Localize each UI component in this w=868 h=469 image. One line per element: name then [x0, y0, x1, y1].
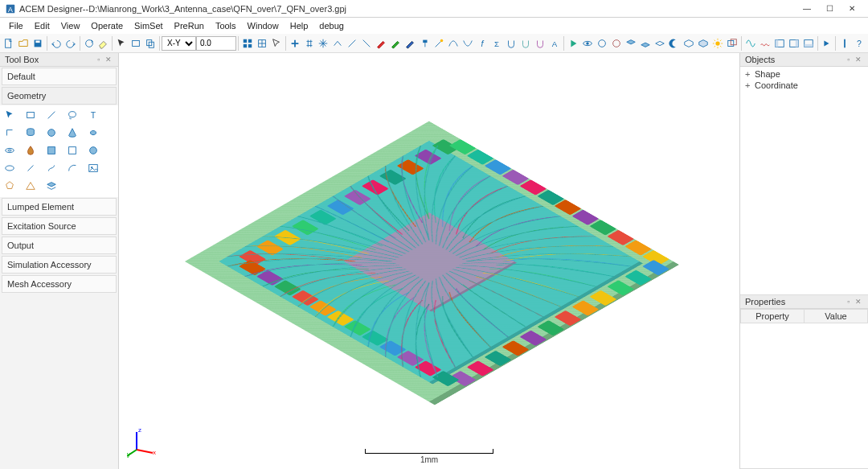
- close-button[interactable]: ✕: [841, 1, 863, 17]
- toolbox-section-meshacc[interactable]: Mesh Accessory: [2, 275, 117, 293]
- menu-debug[interactable]: debug: [313, 19, 350, 32]
- menu-tools[interactable]: Tools: [210, 19, 242, 32]
- tree-node-coordinate[interactable]: + Coordinate: [743, 80, 865, 91]
- tree-toggle-icon[interactable]: +: [745, 80, 753, 90]
- caret-icon[interactable]: [330, 35, 345, 51]
- wand-icon[interactable]: [432, 35, 446, 51]
- drop-icon[interactable]: [24, 144, 37, 157]
- eraser-icon[interactable]: [96, 35, 111, 51]
- u2-icon[interactable]: [518, 35, 533, 51]
- grid-move-icon[interactable]: [255, 35, 269, 51]
- viewport-3d[interactable]: z x y 1mm: [119, 53, 739, 469]
- line-tool-icon[interactable]: [45, 109, 58, 121]
- cursor-icon[interactable]: [114, 35, 129, 51]
- redo-icon[interactable]: [63, 35, 78, 51]
- tri-icon[interactable]: [819, 35, 833, 51]
- slash-icon[interactable]: [24, 162, 37, 175]
- rect-tool-icon[interactable]: [24, 109, 37, 121]
- u1-icon[interactable]: [504, 35, 518, 51]
- menu-prerun[interactable]: PreRun: [169, 19, 210, 32]
- layers-icon[interactable]: [45, 179, 58, 192]
- blob-icon[interactable]: [87, 126, 100, 139]
- cone-icon[interactable]: [66, 126, 79, 139]
- copy-icon[interactable]: [143, 35, 158, 51]
- objects-tree[interactable]: + Shape + Coordinate: [740, 67, 868, 294]
- view1-icon[interactable]: [595, 35, 609, 51]
- paint-icon[interactable]: [417, 35, 432, 51]
- circle-icon[interactable]: [87, 144, 100, 157]
- diag2-icon[interactable]: [359, 35, 374, 51]
- surf2-icon[interactable]: [638, 35, 653, 51]
- rect-icon[interactable]: [129, 35, 143, 51]
- u3-icon[interactable]: [533, 35, 547, 51]
- toolbox-section-output[interactable]: Output: [2, 237, 117, 254]
- scurve-icon[interactable]: [45, 162, 58, 175]
- properties-col-property[interactable]: Property: [741, 310, 805, 323]
- coord-input[interactable]: 0.0: [196, 36, 236, 51]
- sigma-icon[interactable]: Σ: [489, 35, 504, 51]
- menu-window[interactable]: Window: [242, 19, 285, 32]
- properties-pin-icon[interactable]: ▫ ✕: [847, 298, 863, 306]
- pointer2-icon[interactable]: [269, 35, 284, 51]
- toolbox-section-simacc[interactable]: Simulation Accessory: [2, 256, 117, 274]
- tree-toggle-icon[interactable]: +: [745, 69, 753, 79]
- cylinder-icon[interactable]: [24, 126, 37, 139]
- panel1-icon[interactable]: [772, 35, 787, 51]
- surf4-icon[interactable]: [682, 35, 696, 51]
- wiggle-icon[interactable]: [758, 35, 772, 51]
- pen2-icon[interactable]: [388, 35, 403, 51]
- corner-icon[interactable]: [3, 126, 16, 139]
- tree-node-shape[interactable]: + Shape: [743, 68, 865, 80]
- panel-pin-icon[interactable]: ▫ ✕: [97, 56, 113, 64]
- square1-icon[interactable]: [45, 144, 58, 157]
- minimize-button[interactable]: —: [796, 1, 818, 17]
- menu-operate[interactable]: Operate: [85, 19, 129, 32]
- diag1-icon[interactable]: [345, 35, 359, 51]
- ellipse-icon[interactable]: [3, 162, 16, 175]
- menu-simset[interactable]: SimSet: [129, 19, 168, 32]
- open-icon[interactable]: [16, 35, 31, 51]
- maximize-button[interactable]: ☐: [818, 1, 841, 17]
- square2-icon[interactable]: [66, 144, 79, 157]
- hash-icon[interactable]: [302, 35, 317, 51]
- curve1-icon[interactable]: [446, 35, 461, 51]
- lasso-icon[interactable]: [66, 109, 79, 121]
- toolbox-section-geometry[interactable]: Geometry: [2, 87, 117, 105]
- grid4-icon[interactable]: [240, 35, 255, 51]
- pen3-icon[interactable]: [403, 35, 417, 51]
- panel2-icon[interactable]: [787, 35, 801, 51]
- toolbox-section-excitation[interactable]: Excitation Source: [2, 217, 117, 235]
- orbit-icon[interactable]: [580, 35, 595, 51]
- save-icon[interactable]: [31, 35, 45, 51]
- sphere-icon[interactable]: [45, 126, 58, 139]
- menu-view[interactable]: View: [55, 19, 86, 32]
- view2-icon[interactable]: [609, 35, 624, 51]
- arc-icon[interactable]: [66, 162, 79, 175]
- plane-combo[interactable]: X-Y: [162, 36, 196, 51]
- sun-icon[interactable]: [710, 35, 725, 51]
- new-icon[interactable]: [2, 35, 16, 51]
- t-icon[interactable]: T: [87, 109, 100, 121]
- undo-icon[interactable]: [49, 35, 63, 51]
- surf5-icon[interactable]: [696, 35, 710, 51]
- surf1-icon[interactable]: [624, 35, 638, 51]
- surf3-icon[interactable]: [653, 35, 667, 51]
- plus-icon[interactable]: [288, 35, 302, 51]
- poly-icon[interactable]: [3, 179, 16, 192]
- italic-icon[interactable]: f: [475, 35, 489, 51]
- properties-col-value[interactable]: Value: [805, 310, 867, 323]
- triangle-icon[interactable]: [24, 179, 37, 192]
- moon-icon[interactable]: [667, 35, 682, 51]
- curve2-icon[interactable]: [461, 35, 475, 51]
- objects-pin-icon[interactable]: ▫ ✕: [847, 56, 863, 64]
- panel3-icon[interactable]: [801, 35, 816, 51]
- help-icon[interactable]: ?: [852, 35, 866, 51]
- asterisk-icon[interactable]: [317, 35, 331, 51]
- pen1-icon[interactable]: [374, 35, 388, 51]
- menu-help[interactable]: Help: [285, 19, 314, 32]
- menu-file[interactable]: File: [3, 19, 29, 32]
- planes-icon[interactable]: [725, 35, 739, 51]
- a1-icon[interactable]: A: [547, 35, 562, 51]
- bar-icon[interactable]: [837, 35, 852, 51]
- toolbox-section-lumped[interactable]: Lumped Element: [2, 198, 117, 216]
